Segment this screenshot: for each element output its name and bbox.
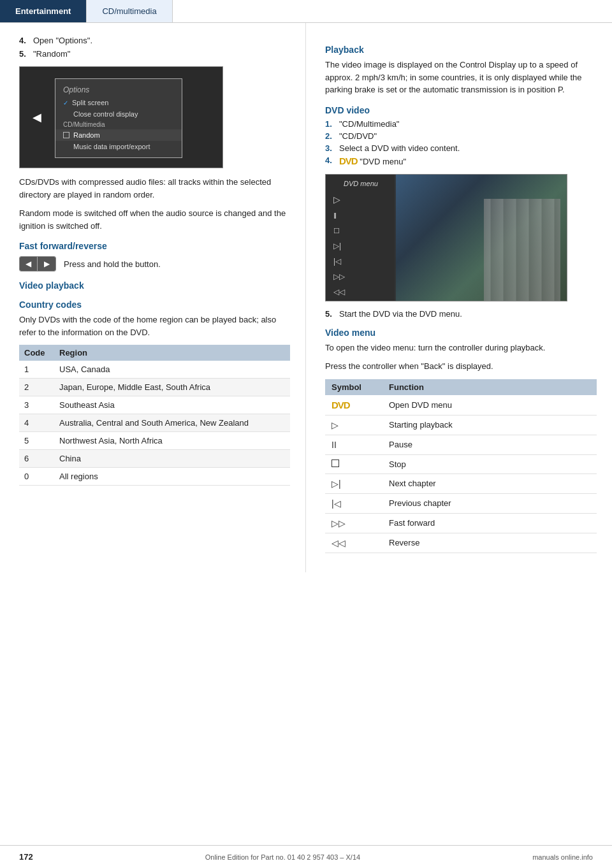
dvd-prev-icon: |◁ [328,255,393,268]
function-cell: Fast forward [382,513,597,533]
table-row: 0All regions [19,468,290,486]
ff-buttons: ◀ ▶ [19,256,56,271]
symbol-row: IIPause [325,435,597,454]
section-fast-forward: Fast forward/reverse [19,241,290,251]
left-column: 4. Open "Options". 5. "Random" ◀ Options… [0,23,306,572]
menu-item-label: Split screen [72,99,108,106]
menu-cd-section: CD/Multimedia [55,120,182,129]
step-4-text: Open "Options". [33,36,92,45]
step-text: Select a DVD with video content. [339,143,460,153]
symbol-row: |◁Previous chapter [325,493,597,513]
table-code-cell: 2 [19,379,54,396]
menu-music-import: Music data import/export [55,141,182,152]
step-text: "CD/DVD" [339,131,377,141]
step-text: DVD "DVD menu" [339,156,406,166]
step-4: 4. Open "Options". [19,36,290,45]
step-5-right-num: 5. [325,309,335,319]
dvd-play-icon: ▷ [328,192,393,206]
menu-item-label: Music data import/export [73,143,150,150]
table-region-cell: Southeast Asia [54,396,290,414]
symbol-row: ▷▷Fast forward [325,513,597,533]
section-video-playback: Video playback [19,280,290,291]
step-5: 5. "Random" [19,49,290,59]
symbol-cell [325,454,382,474]
menu-random: Random [55,129,182,141]
function-cell: Reverse [382,533,597,553]
country-codes-table: Code Region 1USA, Canada2Japan, Europe, … [19,345,290,486]
dvd-logo-icon: DVD [332,400,350,410]
function-cell: Next chapter [382,474,597,493]
table-row: 3Southeast Asia [19,396,290,414]
tab-entertainment[interactable]: Entertainment [0,0,87,22]
body-text-2: Random mode is switched off when the aud… [19,207,290,232]
footer-text: Online Edition for Part no. 01 40 2 957 … [205,853,360,861]
col-symbol: Symbol [325,379,382,395]
symbol-row: Stop [325,454,597,474]
dvd-building-graphic [484,199,560,301]
symbol-table-header: Symbol Function [325,379,597,395]
ff-icon: ▷▷ [332,518,346,528]
controller-arrow-icon: ◀ [33,110,41,124]
table-header-row: Code Region [19,345,290,361]
function-cell: Previous chapter [382,493,597,513]
symbol-cell: ◁◁ [325,533,382,553]
table-code-cell: 3 [19,396,54,414]
check-icon: ✓ [63,99,68,106]
dvd-rev-icon: ◁◁ [328,286,393,298]
section-video-menu: Video menu [325,328,597,338]
fastforward-button[interactable]: ▶ [38,257,55,271]
section-dvd-video: DVD video [325,105,597,115]
step-5-text: "Random" [33,49,70,59]
dvd-step-item: 4.DVD "DVD menu" [325,156,597,166]
symbol-cell: ▷▷ [325,513,382,533]
dvd-ff-icon: ▷▷ [328,270,393,283]
symbol-cell: II [325,435,382,454]
stop-icon [332,459,339,467]
playback-text: The video image is displayed on the Cont… [325,59,597,96]
table-region-cell: Japan, Europe, Middle East, South Africa [54,379,290,396]
main-content: 4. Open "Options". 5. "Random" ◀ Options… [0,23,612,572]
table-code-cell: 5 [19,432,54,450]
next-icon: ▷| [332,479,341,489]
checkbox-icon [63,132,69,138]
right-column: Playback The video image is displayed on… [306,23,612,572]
menu-title: Options [55,84,182,97]
menu-item-label: Random [73,131,100,139]
symbol-cell: |◁ [325,493,382,513]
rewind-button[interactable]: ◀ [20,257,38,271]
dvd-menu-bar: DVD menu ▷ II ☐ ▷| |◁ ▷▷ ◁◁ [326,175,396,301]
tab-entertainment-label: Entertainment [15,6,71,16]
step-num: 1. [325,119,335,129]
dvd-pause-icon: II [328,209,393,222]
symbol-table: Symbol Function DVDOpen DVD menu▷Startin… [325,379,597,553]
step-text: "CD/Multimedia" [339,119,399,129]
tab-cd-multimedia[interactable]: CD/multimedia [87,0,172,22]
ff-instruction: Press and hold the button. [64,259,161,269]
dvd-screen: DVD menu ▷ II ☐ ▷| |◁ ▷▷ ◁◁ [325,174,567,301]
step-num: 4. [325,156,335,166]
page-number: 172 [19,852,33,862]
footer-watermark: manuals online.info [532,853,593,861]
table-region-cell: Australia, Central and South America, Ne… [54,414,290,432]
pause-icon: II [332,440,337,450]
table-row: 6China [19,450,290,468]
symbol-row: DVDOpen DVD menu [325,395,597,416]
dvd-step-item: 2."CD/DVD" [325,131,597,141]
symbol-row: ▷|Next chapter [325,474,597,493]
step-5-right-text: Start the DVD via the DVD menu. [339,309,462,319]
body-text-1: CDs/DVDs with compressed audio files: al… [19,176,290,201]
step-4-num: 4. [19,36,29,45]
section-playback-heading: Playback [325,45,597,55]
step-5-num: 5. [19,49,29,59]
table-code-cell: 1 [19,361,54,379]
symbol-cell: ▷ [325,415,382,435]
symbol-cell: DVD [325,395,382,416]
function-cell: Starting playback [382,415,597,435]
dvd-logo-icon: DVD [339,156,358,166]
options-screen: ◀ Options ✓ Split screen Close control d… [19,66,223,168]
function-cell: Open DVD menu [382,395,597,416]
table-region-cell: China [54,450,290,468]
dvd-step-item: 1."CD/Multimedia" [325,119,597,129]
dvd-step-item: 3.Select a DVD with video content. [325,143,597,153]
table-region-cell: All regions [54,468,290,486]
